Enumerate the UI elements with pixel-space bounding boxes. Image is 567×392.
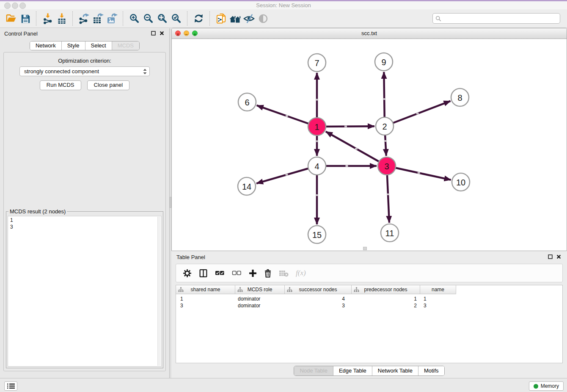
graph-node-label: 8	[457, 93, 462, 102]
toolbar-separator	[209, 11, 210, 26]
task-list-button[interactable]	[4, 381, 17, 391]
graph-node-label: 14	[242, 182, 251, 191]
column-header-shared-name[interactable]: shared name	[176, 285, 235, 294]
control-panel-header: Control Panel	[0, 28, 169, 39]
float-panel-icon[interactable]	[151, 31, 156, 36]
tab-network[interactable]: Network	[30, 41, 61, 50]
zoom-fit-button[interactable]	[155, 11, 169, 26]
refresh-button[interactable]	[192, 11, 206, 26]
memory-button[interactable]: Memory	[529, 381, 564, 391]
hide-panels-button[interactable]	[242, 11, 256, 26]
save-session-button[interactable]	[18, 11, 32, 26]
delete-table-button-disabled[interactable]	[279, 270, 289, 277]
tab-network-table[interactable]: Network Table	[372, 366, 418, 375]
node-table: shared name MCDS role successor nodes	[176, 285, 563, 363]
edge-handle	[418, 172, 420, 174]
zoom-selected-button[interactable]	[169, 11, 183, 26]
optimization-criterion-select[interactable]: strongly connected component	[19, 66, 150, 76]
add-row-button[interactable]	[249, 269, 257, 277]
cell-name[interactable]: 3	[420, 302, 456, 309]
clone-network-button[interactable]	[214, 11, 228, 26]
edge-handle	[384, 140, 387, 142]
open-file-button[interactable]	[4, 11, 18, 26]
cell-mcds-role[interactable]: dominator	[235, 302, 285, 309]
control-panel-tab-group: Network Style Select MCDS	[30, 41, 140, 50]
column-header-predecessor-nodes[interactable]: predecessor nodes	[352, 285, 420, 294]
table-row[interactable]: 1 dominator 4 1 1	[176, 295, 456, 302]
import-table-icon	[56, 13, 67, 24]
cell-name[interactable]: 1	[420, 295, 456, 302]
column-label: successor nodes	[299, 287, 337, 293]
close-panel-button[interactable]: Close panel	[87, 80, 130, 90]
toolbar-separator	[36, 11, 37, 26]
show-panels-button-disabled[interactable]	[256, 11, 270, 26]
table-row[interactable]: 3 dominator 3 2 3	[176, 302, 456, 309]
mcds-result-text[interactable]: 1 3	[8, 216, 162, 367]
edge-handle	[416, 113, 419, 114]
network-window-title: scc.txt	[172, 30, 567, 36]
gear-icon	[183, 269, 192, 278]
cell-shared-name[interactable]: 3	[176, 302, 235, 309]
window-title: Session: New Session	[0, 2, 567, 8]
export-network-button[interactable]	[77, 11, 91, 26]
import-network-button[interactable]	[41, 11, 55, 26]
column-label: shared name	[190, 287, 220, 293]
edge-handle	[355, 148, 358, 149]
graph-node-label: 2	[382, 122, 387, 131]
tab-node-table[interactable]: Node Table	[294, 366, 333, 375]
tab-edge-table[interactable]: Edge Table	[333, 366, 372, 375]
columns-icon	[199, 269, 208, 278]
zoom-in-button[interactable]	[127, 11, 141, 26]
run-mcds-button[interactable]: Run MCDS	[40, 80, 81, 90]
delete-row-button[interactable]	[264, 269, 272, 278]
network-window-titlebar[interactable]: scc.txt	[172, 28, 567, 39]
table-panel-title: Table Panel	[176, 254, 205, 260]
search-input[interactable]	[443, 15, 557, 22]
table-settings-button[interactable]	[183, 269, 192, 278]
cell-successor-nodes[interactable]: 4	[285, 295, 352, 302]
tab-motifs[interactable]: Motifs	[418, 366, 444, 375]
tab-style[interactable]: Style	[61, 41, 85, 50]
edge-handle	[286, 115, 288, 117]
network-canvas[interactable]: 7968124314101511	[172, 39, 567, 251]
main-toolbar	[0, 9, 567, 28]
close-panel-icon[interactable]	[160, 31, 164, 36]
optimization-criterion-value: strongly connected component	[24, 68, 99, 75]
cell-successor-nodes[interactable]: 3	[285, 302, 352, 309]
cell-mcds-role[interactable]: dominator	[235, 295, 285, 302]
export-image-button[interactable]	[105, 11, 119, 26]
toolbar-separator	[123, 11, 124, 26]
edge-handle	[344, 126, 347, 127]
column-hierarchy-icon	[354, 287, 359, 292]
column-header-successor-nodes[interactable]: successor nodes	[285, 285, 352, 294]
tab-mcds[interactable]: MCDS	[112, 41, 139, 50]
select-all-button[interactable]	[215, 270, 225, 276]
home-button[interactable]	[228, 11, 242, 26]
network-graph[interactable]: 7968124314101511	[172, 39, 567, 251]
zoom-fit-icon	[157, 13, 168, 24]
import-table-button[interactable]	[55, 11, 69, 26]
clone-network-icon	[216, 13, 226, 24]
list-icon	[7, 383, 15, 389]
cell-shared-name[interactable]: 1	[176, 295, 235, 302]
edge-handle	[316, 194, 318, 196]
cell-predecessor-nodes[interactable]: 2	[352, 302, 420, 309]
clear-selection-button[interactable]	[232, 270, 242, 276]
canvas-resize-grip[interactable]	[363, 247, 367, 250]
mcds-result-title: MCDS result (2 nodes)	[8, 208, 67, 215]
function-builder-button-disabled[interactable]: f(x)	[296, 269, 306, 277]
column-header-mcds-role[interactable]: MCDS role	[235, 285, 285, 294]
mcds-result-line: 1	[10, 217, 161, 224]
cell-predecessor-nodes[interactable]: 1	[352, 295, 420, 302]
zoom-out-button[interactable]	[141, 11, 155, 26]
column-hierarchy-icon	[287, 287, 292, 292]
result-scrollbar[interactable]	[157, 217, 161, 366]
float-panel-icon[interactable]	[548, 254, 553, 259]
memory-status-dot	[534, 384, 538, 389]
close-panel-icon[interactable]	[556, 254, 561, 259]
tab-select[interactable]: Select	[85, 41, 112, 50]
export-table-button[interactable]	[91, 11, 105, 26]
column-header-name[interactable]: name	[420, 285, 456, 294]
show-columns-button[interactable]	[199, 269, 208, 278]
search-field[interactable]	[432, 13, 560, 24]
